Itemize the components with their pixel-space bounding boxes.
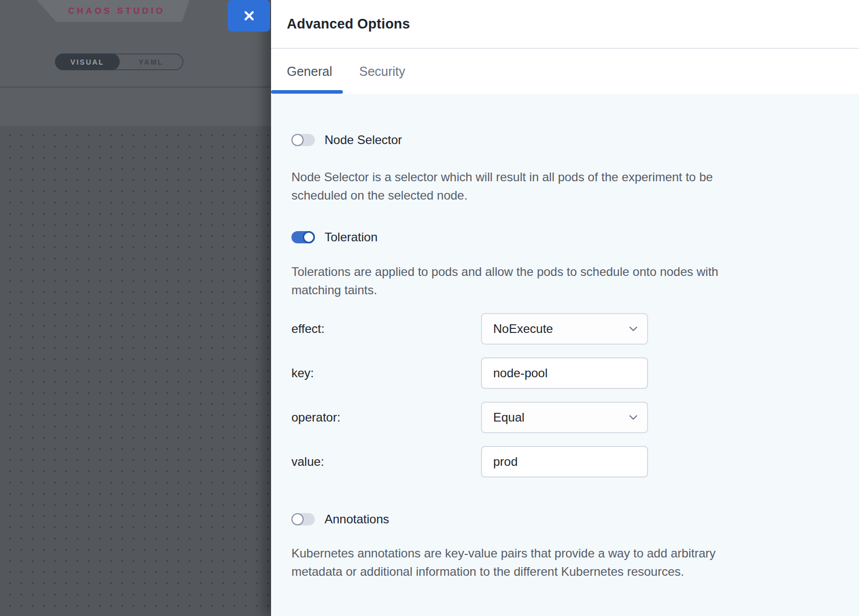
node-selector-toggle[interactable]: [291, 134, 315, 146]
drawer-header: Advanced Options: [271, 0, 859, 49]
chevron-down-icon: [627, 411, 640, 424]
toleration-toggle[interactable]: [291, 231, 315, 243]
chaos-studio-background: CHAOS STUDIO VISUAL YAML: [0, 0, 271, 616]
drawer-title: Advanced Options: [287, 16, 410, 32]
toleration-form: effect: NoExecute key: operator:: [291, 313, 839, 478]
toleration-description: Tolerations are applied to pods and allo…: [291, 263, 839, 299]
key-field-label: key:: [291, 366, 481, 380]
toolbar-divider: [0, 87, 271, 88]
visual-yaml-switch: VISUAL YAML: [55, 53, 183, 70]
experiment-canvas: [0, 126, 271, 616]
drawer-close-button[interactable]: [228, 0, 270, 32]
annotations-description: Kubernetes annotations are key-value pai…: [291, 544, 839, 581]
operator-select-value: Equal: [493, 410, 524, 425]
screen: CHAOS STUDIO VISUAL YAML Advanced Option…: [0, 0, 859, 616]
node-selector-label: Node Selector: [325, 133, 402, 147]
description-line: Tolerations are applied to pods and allo…: [291, 263, 839, 281]
toggle-knob: [303, 231, 315, 243]
description-line: scheduled on the selected node.: [291, 186, 839, 205]
tab-general[interactable]: General: [271, 49, 343, 94]
tab-security[interactable]: Security: [359, 49, 405, 94]
operator-select[interactable]: Equal: [481, 402, 648, 433]
key-field-row: key:: [291, 357, 839, 389]
value-field-label: value:: [291, 455, 481, 469]
tab-security-label: Security: [359, 64, 405, 79]
toggle-knob: [291, 513, 304, 525]
toggle-knob: [291, 134, 304, 146]
value-input[interactable]: [481, 446, 648, 478]
description-line: metadata or additional information to th…: [291, 563, 839, 581]
effect-field-label: effect:: [291, 322, 481, 336]
general-tab-content: Node Selector Node Selector is a selecto…: [271, 94, 859, 616]
key-input[interactable]: [481, 357, 648, 389]
node-selector-row: Node Selector: [291, 133, 839, 146]
chaos-studio-title: CHAOS STUDIO: [61, 6, 165, 16]
close-icon: [244, 10, 255, 21]
active-tab-indicator: [271, 90, 343, 94]
toleration-row: Toleration: [291, 231, 839, 243]
effect-field-row: effect: NoExecute: [291, 313, 839, 345]
effect-select[interactable]: NoExecute: [481, 313, 648, 345]
annotations-label: Annotations: [325, 512, 389, 526]
chevron-down-icon: [627, 322, 640, 335]
operator-field-label: operator:: [291, 410, 481, 425]
annotations-row: Annotations: [291, 513, 839, 525]
value-field-row: value:: [291, 446, 839, 478]
advanced-options-drawer: Advanced Options General Security Node S…: [271, 0, 859, 616]
description-line: matching taints.: [291, 281, 839, 299]
effect-select-value: NoExecute: [493, 322, 553, 336]
description-line: Node Selector is a selector which will r…: [291, 168, 839, 186]
tab-general-label: General: [287, 64, 332, 79]
chaos-studio-banner: CHAOS STUDIO: [37, 0, 190, 22]
operator-field-row: operator: Equal: [291, 402, 839, 433]
toleration-label: Toleration: [325, 230, 378, 244]
annotations-toggle[interactable]: [291, 513, 315, 525]
yaml-tab[interactable]: YAML: [120, 54, 182, 69]
drawer-tabs: General Security: [271, 49, 859, 94]
visual-tab[interactable]: VISUAL: [55, 53, 120, 70]
description-line: Kubernetes annotations are key-value pai…: [291, 544, 839, 563]
node-selector-description: Node Selector is a selector which will r…: [291, 168, 839, 205]
